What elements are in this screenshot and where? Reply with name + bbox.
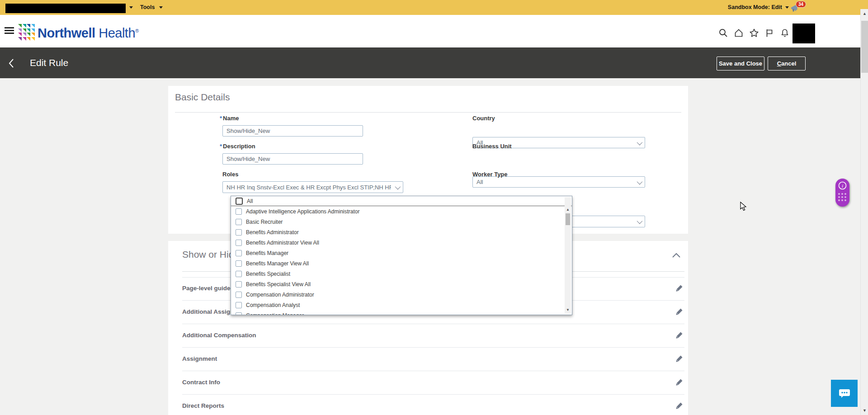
roles-dropdown-item[interactable]: Compensation Manager — [231, 310, 572, 315]
business-unit-label: Business Unit — [472, 143, 512, 150]
scroll-up-icon[interactable]: ▲ — [861, 11, 868, 16]
info-icon: i — [838, 181, 847, 190]
page-title: Edit Rule — [30, 57, 68, 68]
edit-pencil-icon[interactable] — [675, 354, 684, 363]
collapse-section-chevron-up-icon[interactable] — [672, 252, 681, 259]
header-icon-bar — [718, 28, 790, 38]
role-checkbox[interactable] — [236, 250, 242, 256]
role-item-label: Benefits Manager View All — [246, 260, 309, 267]
role-item-label: Compensation Analyst — [246, 302, 300, 308]
grid-dots-icon — [838, 193, 846, 201]
user-avatar[interactable] — [793, 24, 815, 43]
cancel-button[interactable]: Cancel — [768, 57, 806, 71]
page-toolbar: Edit Rule Save and Close Cancel — [0, 47, 868, 78]
dropdown-scroll-thumb[interactable] — [566, 213, 570, 225]
back-button[interactable] — [7, 58, 17, 68]
search-icon[interactable] — [718, 28, 729, 38]
northwell-logo-mosaic — [18, 24, 35, 41]
role-checkbox[interactable] — [236, 292, 242, 298]
logo-mosaic-tile — [18, 28, 22, 32]
logo-mosaic-tile — [27, 33, 30, 36]
edit-pencil-icon[interactable] — [675, 401, 684, 410]
role-checkbox[interactable] — [236, 281, 242, 288]
role-checkbox[interactable] — [236, 260, 242, 267]
role-item-label: Benefits Specialist View All — [246, 281, 311, 288]
edit-pencil-icon[interactable] — [675, 284, 684, 292]
roles-dropdown-item[interactable]: Compensation Analyst — [231, 300, 572, 310]
role-checkbox[interactable] — [236, 271, 242, 277]
brand-wordmark: Northwell Health® — [38, 26, 139, 41]
role-checkbox[interactable] — [236, 208, 242, 215]
sandbox-banner: Tools Sandbox Mode: Edit 34 — [0, 0, 868, 15]
scroll-thumb[interactable] — [861, 21, 868, 73]
page-scrollbar[interactable]: ▲ ▼ — [860, 9, 868, 415]
role-checkbox[interactable] — [236, 312, 242, 316]
flag-icon[interactable] — [764, 28, 775, 38]
logo-mosaic-tile — [27, 24, 30, 28]
basic-details-heading: Basic Details — [175, 92, 230, 103]
roles-dropdown-item[interactable]: Benefits Administrator View All — [231, 237, 572, 248]
tools-caret-icon — [159, 6, 163, 9]
role-item-label: Adaptive Intelligence Applications Admin… — [246, 208, 359, 215]
country-label: Country — [472, 115, 495, 122]
roles-dropdown-item[interactable]: Benefits Specialist View All — [231, 279, 572, 289]
region-row-label: Assignment — [182, 355, 217, 362]
home-icon[interactable] — [733, 28, 744, 38]
logo-mosaic-tile — [31, 28, 35, 32]
role-item-label: Benefits Specialist — [246, 271, 290, 277]
redacted-sandbox-name[interactable] — [5, 4, 126, 13]
roles-label: Roles — [222, 171, 238, 178]
roles-dropdown-item[interactable]: Basic Recruiter — [231, 217, 572, 227]
roles-dropdown-item[interactable]: Benefits Specialist — [231, 269, 572, 279]
logo-mosaic-tile — [23, 37, 26, 41]
worker-type-label: Worker Type — [472, 171, 508, 178]
roles-multiselect[interactable]: NH HR Inq Snstv-Excl Exec & HR Excpt Phy… — [222, 181, 403, 193]
heading-divider — [175, 112, 681, 113]
business-unit-chevron-down-icon — [637, 179, 643, 184]
sandbox-mode-menu[interactable]: Sandbox Mode: Edit — [719, 4, 782, 10]
role-checkbox[interactable] — [236, 302, 242, 308]
dropdown-scroll-up-icon[interactable]: ▲ — [565, 208, 571, 212]
edit-pencil-icon[interactable] — [675, 331, 684, 340]
scroll-down-icon[interactable]: ▼ — [861, 408, 868, 413]
all-checkbox[interactable] — [236, 198, 243, 205]
hamburger-menu-icon[interactable] — [5, 26, 14, 35]
role-checkbox[interactable] — [236, 219, 242, 225]
logo-mosaic-tile — [18, 37, 22, 41]
role-item-label: Benefits Administrator — [246, 229, 299, 236]
region-row: Direct Reports — [182, 395, 684, 415]
role-item-label: Benefits Administrator View All — [246, 240, 319, 246]
description-input[interactable] — [222, 153, 363, 165]
notifications-icon[interactable] — [779, 28, 790, 38]
business-unit-select[interactable]: All — [472, 176, 645, 188]
dropdown-scrollbar[interactable]: ▲ ▼ — [565, 197, 571, 314]
save-and-close-button[interactable]: Save and Close — [717, 57, 764, 71]
edit-pencil-icon[interactable] — [675, 378, 684, 387]
region-row-label: Direct Reports — [182, 402, 224, 409]
svg-text:i: i — [842, 183, 843, 189]
roles-dropdown-item[interactable]: Benefits Administrator — [231, 227, 572, 237]
logo-mosaic-tile — [18, 33, 22, 36]
roles-dropdown-item[interactable]: Benefits Manager View All — [231, 258, 572, 269]
edit-pencil-icon[interactable] — [675, 307, 684, 316]
roles-dropdown-item-all[interactable]: All — [231, 196, 572, 206]
notification-count-badge: 34 — [796, 1, 806, 8]
favorites-icon[interactable] — [749, 28, 760, 38]
roles-dropdown-item[interactable]: Adaptive Intelligence Applications Admin… — [231, 206, 572, 217]
logo-mosaic-tile — [27, 28, 30, 32]
sandbox-mode-caret-icon — [785, 6, 789, 9]
logo-mosaic-tile — [18, 24, 22, 28]
logo-mosaic-tile — [23, 33, 26, 36]
roles-dropdown-item[interactable]: Compensation Administrator — [231, 289, 572, 300]
roles-dropdown-panel: All Adaptive Intelligence Applications A… — [231, 196, 572, 315]
role-checkbox[interactable] — [236, 240, 242, 246]
roles-dropdown-item[interactable]: Benefits Manager — [231, 248, 572, 258]
role-item-label: Compensation Manager — [246, 312, 304, 316]
app-header: Northwell Health® — [0, 15, 868, 47]
dropdown-scroll-down-icon[interactable]: ▼ — [565, 308, 571, 312]
name-input[interactable] — [222, 125, 363, 137]
role-checkbox[interactable] — [236, 229, 242, 236]
chat-button[interactable] — [831, 380, 858, 407]
tools-menu[interactable]: Tools — [140, 4, 155, 10]
info-floating-widget[interactable]: i — [835, 179, 849, 207]
